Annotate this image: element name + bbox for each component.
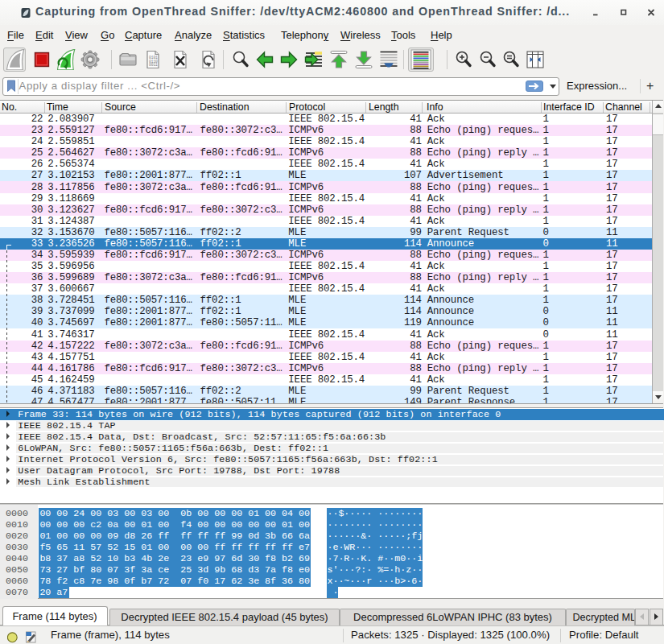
svg-text:0011: 0011 (149, 63, 158, 67)
